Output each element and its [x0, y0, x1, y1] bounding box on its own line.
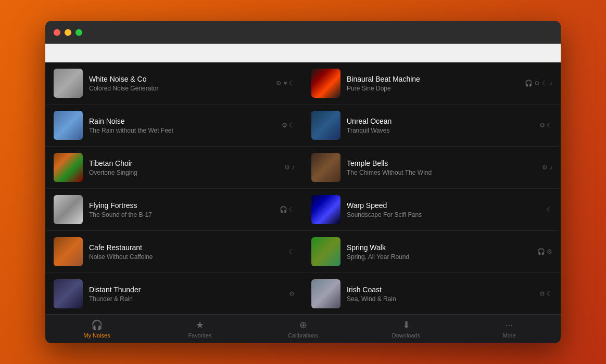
nav-label-favorites: Favorites [188, 332, 211, 339]
subtitle-tibetan-choir: Overtone Singing [89, 169, 278, 176]
left-column: White Noise & Co Colored Noise Generator… [45, 62, 303, 314]
info-cafe-restaurant: Cafe Restaurant Noise Without Caffeine [89, 243, 283, 261]
title-cafe-restaurant: Cafe Restaurant [89, 243, 283, 252]
subtitle-warp-speed: Soundscape For Scifi Fans [347, 211, 540, 218]
noise-item-white-noise[interactable]: White Noise & Co Colored Noise Generator… [45, 62, 303, 105]
nav-icon-calibrations: ⊕ [299, 319, 307, 331]
title-irish-coast: Irish Coast [347, 285, 533, 294]
nav-icon-my-noises: 🎧 [91, 319, 103, 331]
title-rain-noise: Rain Noise [89, 117, 275, 125]
thumb-flying-fortress [54, 195, 83, 224]
window-controls [54, 29, 82, 36]
subtitle-irish-coast: Sea, Wind & Rain [347, 295, 533, 303]
title-spring-walk: Spring Walk [347, 243, 531, 252]
nav-item-calibrations[interactable]: ⊕ Calibrations [251, 319, 355, 339]
noise-item-spring-walk[interactable]: Spring Walk Spring, All Year Round 🎧 ⚙ [303, 231, 561, 273]
title-distant-thunder: Distant Thunder [89, 285, 283, 294]
title-unreal-ocean: Unreal Ocean [347, 117, 533, 125]
icons-white-noise: ⚙ ♥ ☾ [276, 80, 295, 87]
nav-item-my-noises[interactable]: 🎧 My Noises [45, 319, 148, 339]
nav-icon-downloads: ⬇ [402, 319, 410, 331]
nav-label-my-noises: My Noises [83, 332, 110, 339]
thumb-tibetan-choir [54, 153, 83, 182]
noise-item-rain-noise[interactable]: Rain Noise The Rain without the Wet Feet… [45, 105, 303, 147]
title-flying-fortress: Flying Fortress [89, 201, 273, 210]
maximize-button[interactable] [75, 29, 82, 36]
info-white-noise: White Noise & Co Colored Noise Generator [89, 75, 270, 92]
title-tibetan-choir: Tibetan Choir [89, 159, 278, 167]
info-tibetan-choir: Tibetan Choir Overtone Singing [89, 159, 278, 176]
icons-tibetan-choir: ⚙ ♪ [284, 164, 295, 171]
subtitle-binaural-beat: Pure Sine Dope [347, 85, 519, 92]
thumb-binaural-beat [311, 69, 340, 98]
info-temple-bells: Temple Bells The Chimes Without The Wind [347, 159, 536, 176]
icons-distant-thunder: ⚙ [289, 290, 295, 297]
info-warp-speed: Warp Speed Soundscape For Scifi Fans [347, 201, 540, 218]
info-unreal-ocean: Unreal Ocean Tranquil Waves [347, 117, 533, 134]
thumb-unreal-ocean [311, 111, 340, 140]
noise-item-tibetan-choir[interactable]: Tibetan Choir Overtone Singing ⚙ ♪ [45, 147, 303, 189]
icons-flying-fortress: 🎧 ☾ [280, 206, 295, 213]
noise-item-cafe-restaurant[interactable]: Cafe Restaurant Noise Without Caffeine ☾ [45, 231, 303, 273]
title-bar [45, 21, 561, 44]
icons-rain-noise: ⚙ ☾ [282, 122, 295, 129]
noise-item-irish-coast[interactable]: Irish Coast Sea, Wind & Rain ⚙ ☾ [303, 273, 561, 314]
title-white-noise: White Noise & Co [89, 75, 270, 83]
icons-cafe-restaurant: ☾ [289, 248, 295, 255]
noise-item-warp-speed[interactable]: Warp Speed Soundscape For Scifi Fans ☾ [303, 189, 561, 231]
icons-warp-speed: ☾ [547, 206, 552, 213]
noise-item-flying-fortress[interactable]: Flying Fortress The Sound of the B-17 🎧 … [45, 189, 303, 231]
info-binaural-beat: Binaural Beat Machine Pure Sine Dope [347, 75, 519, 92]
minimize-button[interactable] [65, 29, 71, 36]
info-distant-thunder: Distant Thunder Thunder & Rain [89, 285, 283, 303]
thumb-cafe-restaurant [54, 237, 83, 266]
thumb-rain-noise [54, 111, 83, 140]
icons-irish-coast: ⚙ ☾ [539, 290, 552, 297]
noise-item-unreal-ocean[interactable]: Unreal Ocean Tranquil Waves ⚙ ☾ [303, 105, 561, 147]
icons-binaural-beat: 🎧 ⚙ ☾ ♪ [525, 80, 552, 87]
info-rain-noise: Rain Noise The Rain without the Wet Feet [89, 117, 275, 134]
nav-item-more[interactable]: ··· More [458, 320, 561, 339]
thumb-irish-coast [311, 279, 340, 308]
subtitle-temple-bells: The Chimes Without The Wind [347, 169, 536, 176]
icons-unreal-ocean: ⚙ ☾ [539, 122, 552, 129]
nav-item-downloads[interactable]: ⬇ Downloads [355, 319, 458, 339]
icons-spring-walk: 🎧 ⚙ [537, 248, 552, 255]
thumb-temple-bells [311, 153, 340, 182]
info-irish-coast: Irish Coast Sea, Wind & Rain [347, 285, 533, 303]
title-temple-bells: Temple Bells [347, 159, 536, 167]
nav-label-downloads: Downloads [392, 332, 420, 339]
subtitle-white-noise: Colored Noise Generator [89, 85, 270, 92]
nav-label-calibrations: Calibrations [288, 332, 318, 339]
subtitle-unreal-ocean: Tranquil Waves [347, 127, 533, 134]
subtitle-flying-fortress: The Sound of the B-17 [89, 211, 273, 218]
right-column: Binaural Beat Machine Pure Sine Dope 🎧 ⚙… [303, 62, 561, 314]
title-warp-speed: Warp Speed [347, 201, 540, 210]
bottom-nav: 🎧 My Noises ★ Favorites ⊕ Calibrations ⬇… [45, 314, 561, 343]
subtitle-distant-thunder: Thunder & Rain [89, 295, 283, 303]
info-flying-fortress: Flying Fortress The Sound of the B-17 [89, 201, 273, 218]
app-window: White Noise & Co Colored Noise Generator… [45, 21, 561, 343]
subtitle-rain-noise: The Rain without the Wet Feet [89, 127, 275, 134]
close-button[interactable] [54, 29, 60, 36]
tab-bar [45, 44, 561, 62]
noise-item-binaural-beat[interactable]: Binaural Beat Machine Pure Sine Dope 🎧 ⚙… [303, 62, 561, 105]
thumb-spring-walk [311, 237, 340, 266]
content-area: White Noise & Co Colored Noise Generator… [45, 62, 561, 314]
subtitle-cafe-restaurant: Noise Without Caffeine [89, 253, 283, 261]
title-binaural-beat: Binaural Beat Machine [347, 75, 519, 83]
thumb-white-noise [54, 69, 83, 98]
subtitle-spring-walk: Spring, All Year Round [347, 253, 531, 261]
nav-icon-favorites: ★ [196, 319, 204, 331]
thumb-distant-thunder [54, 279, 83, 308]
noise-item-distant-thunder[interactable]: Distant Thunder Thunder & Rain ⚙ [45, 273, 303, 314]
nav-label-more: More [502, 332, 515, 339]
thumb-warp-speed [311, 195, 340, 224]
nav-icon-more: ··· [505, 320, 513, 331]
noise-item-temple-bells[interactable]: Temple Bells The Chimes Without The Wind… [303, 147, 561, 189]
nav-item-favorites[interactable]: ★ Favorites [148, 319, 251, 339]
info-spring-walk: Spring Walk Spring, All Year Round [347, 243, 531, 261]
icons-temple-bells: ⚙ ♪ [542, 164, 552, 171]
